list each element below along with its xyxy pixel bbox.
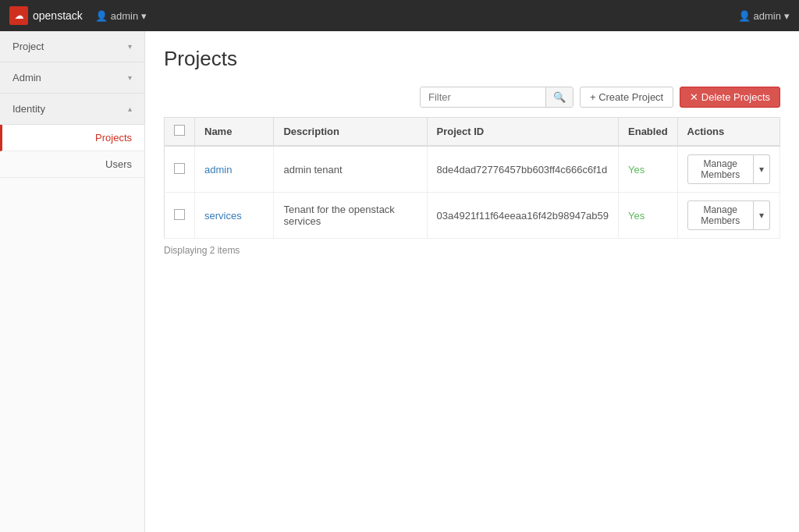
filter-input[interactable] — [421, 87, 545, 107]
table-header-row: Name Description Project ID Enabled Acti… — [165, 118, 780, 147]
row-enabled-value: Yes — [628, 210, 645, 222]
manage-members-dropdown-button[interactable]: ▾ — [754, 154, 770, 184]
row-checkbox-cell — [165, 146, 195, 193]
sidebar-section-admin[interactable]: Admin ▾ — [0, 62, 144, 94]
row-description-cell: admin tenant — [274, 146, 427, 193]
row-checkbox[interactable] — [174, 163, 185, 174]
row-enabled-cell: Yes — [619, 146, 678, 193]
manage-members-dropdown-button[interactable]: ▾ — [754, 200, 770, 230]
manage-members-button[interactable]: Manage Members — [687, 154, 754, 184]
row-description: Tenant for the openstack services — [283, 204, 394, 227]
sidebar-identity-chevron: ▴ — [128, 105, 132, 113]
sidebar-admin-chevron: ▾ — [128, 73, 132, 82]
row-checkbox-cell — [165, 193, 195, 239]
manage-members-button[interactable]: Manage Members — [687, 200, 754, 230]
row-name-cell: services — [195, 193, 274, 239]
sidebar: Project ▾ Admin ▾ Identity ▴ Projects Us… — [0, 31, 145, 532]
delete-projects-button[interactable]: ✕ Delete Projects — [680, 87, 780, 108]
row-checkbox[interactable] — [174, 209, 185, 220]
delete-projects-label: ✕ Delete Projects — [690, 91, 770, 103]
admin-menu-chevron: ▾ — [141, 10, 147, 22]
openstack-logo: ☁ openstack — [9, 6, 83, 25]
user-menu-chevron: ▾ — [784, 10, 790, 22]
col-header-name: Name — [195, 118, 274, 147]
sidebar-item-users-label: Users — [105, 158, 132, 170]
col-header-description: Description — [274, 118, 427, 147]
table-row: admin admin tenant 8de4dad72776457bb603f… — [165, 146, 780, 193]
admin-menu-icon: 👤 — [95, 10, 108, 22]
row-name-link[interactable]: admin — [204, 164, 232, 176]
logo-icon: ☁ — [9, 6, 28, 25]
row-actions-cell: Manage Members ▾ — [677, 193, 779, 239]
create-project-button[interactable]: + Create Project — [580, 87, 673, 108]
sidebar-section-identity-label: Identity — [12, 103, 45, 115]
row-name-link[interactable]: services — [204, 210, 242, 222]
toolbar: 🔍 + Create Project ✕ Delete Projects — [164, 87, 780, 108]
row-enabled-value: Yes — [628, 164, 645, 176]
row-actions-cell: Manage Members ▾ — [677, 146, 779, 193]
user-icon: 👤 — [738, 10, 751, 22]
filter-search-button[interactable]: 🔍 — [545, 87, 573, 107]
row-name-cell: admin — [195, 146, 274, 193]
sidebar-item-projects[interactable]: Projects — [0, 125, 144, 151]
page-title: Projects — [164, 47, 780, 71]
sidebar-item-users[interactable]: Users — [0, 151, 144, 178]
row-project-id-cell: 8de4dad72776457bb603ff4c666c6f1d — [427, 146, 619, 193]
projects-table: Name Description Project ID Enabled Acti… — [164, 117, 780, 239]
admin-menu-label: admin — [111, 10, 138, 22]
row-description: admin tenant — [283, 164, 342, 176]
nav-left: ☁ openstack 👤 admin ▾ — [9, 6, 147, 25]
row-project-id-cell: 03a4921f11f64eeaa16f42b98947ab59 — [427, 193, 619, 239]
search-icon: 🔍 — [553, 91, 566, 103]
main-content: Projects 🔍 + Create Project ✕ Delete Pro… — [145, 31, 799, 532]
sidebar-section-admin-label: Admin — [12, 72, 41, 83]
col-header-actions: Actions — [677, 118, 779, 147]
row-action-group: Manage Members ▾ — [687, 154, 770, 184]
row-project-id: 8de4dad72776457bb603ff4c666c6f1d — [437, 164, 608, 176]
sidebar-section-project[interactable]: Project ▾ — [0, 31, 144, 62]
top-navigation: ☁ openstack 👤 admin ▾ 👤 admin ▾ — [0, 0, 799, 31]
col-header-project-id: Project ID — [427, 118, 619, 147]
sidebar-section-identity[interactable]: Identity ▴ — [0, 94, 144, 125]
row-action-group: Manage Members ▾ — [687, 200, 770, 230]
header-checkbox[interactable] — [174, 125, 185, 136]
col-header-enabled: Enabled — [619, 118, 678, 147]
logo-text: openstack — [33, 9, 83, 22]
row-project-id: 03a4921f11f64eeaa16f42b98947ab59 — [437, 210, 609, 222]
user-menu[interactable]: 👤 admin ▾ — [738, 10, 790, 22]
admin-menu[interactable]: 👤 admin ▾ — [95, 10, 147, 22]
display-count: Displaying 2 items — [164, 245, 780, 256]
layout: Project ▾ Admin ▾ Identity ▴ Projects Us… — [0, 31, 799, 532]
row-description-cell: Tenant for the openstack services — [274, 193, 427, 239]
col-header-checkbox — [165, 118, 195, 147]
row-enabled-cell: Yes — [619, 193, 678, 239]
create-project-label: + Create Project — [590, 91, 663, 103]
sidebar-section-project-label: Project — [12, 41, 44, 52]
sidebar-item-projects-label: Projects — [95, 132, 132, 144]
filter-group: 🔍 — [420, 87, 574, 108]
table-row: services Tenant for the openstack servic… — [165, 193, 780, 239]
sidebar-project-chevron: ▾ — [128, 42, 132, 51]
user-menu-label: admin — [754, 10, 781, 22]
